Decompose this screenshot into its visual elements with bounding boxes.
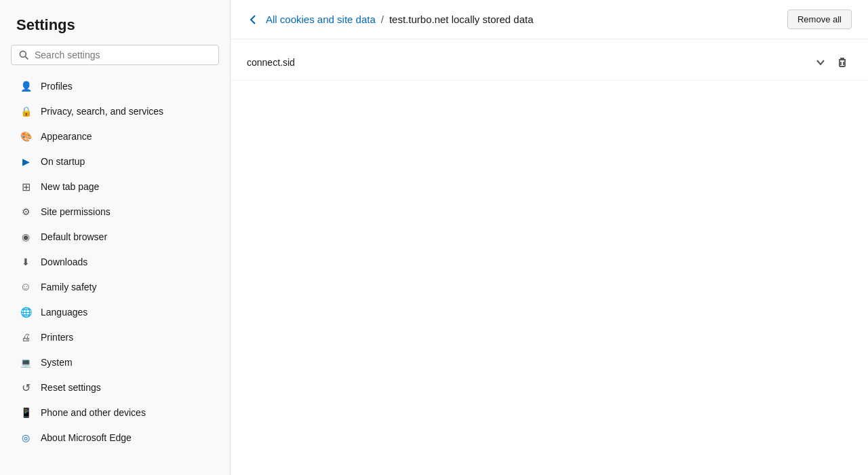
- sidebar-item-label-familysafety: Family safety: [41, 282, 96, 292]
- sidebar-item-label-privacy: Privacy, search, and services: [41, 106, 163, 117]
- sidebar-item-newtabpage[interactable]: New tab page: [3, 174, 227, 199]
- sidebar-item-label-printers: Printers: [41, 332, 73, 343]
- resetsettings-icon: [19, 381, 33, 394]
- appearance-icon: [19, 130, 33, 143]
- remove-all-button[interactable]: Remove all: [787, 10, 852, 29]
- system-icon: [19, 356, 33, 369]
- cookie-row[interactable]: connect.sid: [231, 45, 868, 81]
- trash-icon: [837, 57, 848, 68]
- breadcrumb-current: test.turbo.net locally stored data: [389, 14, 534, 25]
- sidebar-item-label-sitepermissions: Site permissions: [41, 206, 111, 217]
- sidebar-item-phone[interactable]: Phone and other devices: [3, 400, 227, 425]
- breadcrumb-separator: /: [381, 14, 384, 25]
- sidebar-item-privacy[interactable]: Privacy, search, and services: [3, 99, 227, 124]
- sidebar-item-appearance[interactable]: Appearance: [3, 124, 227, 149]
- back-button[interactable]: [247, 13, 260, 26]
- breadcrumb-bar: All cookies and site data / test.turbo.n…: [231, 0, 868, 39]
- chevron-down-icon: [815, 57, 826, 68]
- svg-point-0: [20, 51, 26, 57]
- cookie-delete-button[interactable]: [833, 53, 852, 72]
- sidebar-item-resetsettings[interactable]: Reset settings: [3, 375, 227, 400]
- sidebar-item-label-about: About Microsoft Edge: [41, 432, 132, 443]
- main-content: All cookies and site data / test.turbo.n…: [231, 0, 868, 475]
- search-box[interactable]: [11, 45, 219, 65]
- about-icon: [19, 431, 33, 444]
- sidebar-nav: ProfilesPrivacy, search, and servicesApp…: [0, 73, 230, 451]
- sidebar-item-languages[interactable]: Languages: [3, 300, 227, 324]
- search-input[interactable]: [35, 50, 212, 60]
- onstartup-icon: [19, 155, 33, 168]
- sidebar-item-familysafety[interactable]: Family safety: [3, 275, 227, 299]
- sidebar-item-label-appearance: Appearance: [41, 131, 92, 142]
- familysafety-icon: [19, 280, 33, 294]
- sidebar-item-label-downloads: Downloads: [41, 256, 87, 267]
- sidebar-item-onstartup[interactable]: On startup: [3, 149, 227, 174]
- sidebar-item-label-languages: Languages: [41, 307, 87, 318]
- languages-icon: [19, 305, 33, 319]
- sidebar-item-downloads[interactable]: Downloads: [3, 250, 227, 274]
- downloads-icon: [19, 255, 33, 269]
- sidebar-item-label-resetsettings: Reset settings: [41, 382, 101, 393]
- sidebar-item-sitepermissions[interactable]: Site permissions: [3, 200, 227, 224]
- sidebar-item-label-newtabpage: New tab page: [41, 181, 99, 192]
- back-icon: [248, 14, 259, 25]
- sidebar-item-label-system: System: [41, 357, 73, 368]
- cookie-expand-button[interactable]: [811, 53, 830, 72]
- svg-line-1: [25, 56, 28, 59]
- profiles-icon: [19, 79, 33, 93]
- breadcrumb-parent-link[interactable]: All cookies and site data: [266, 14, 376, 25]
- sitepermissions-icon: [19, 205, 33, 218]
- sidebar-item-label-phone: Phone and other devices: [41, 407, 146, 418]
- defaultbrowser-icon: [19, 230, 33, 244]
- sidebar-item-system[interactable]: System: [3, 350, 227, 375]
- sidebar-item-label-defaultbrowser: Default browser: [41, 231, 107, 242]
- cookie-name: connect.sid: [247, 57, 811, 68]
- phone-icon: [19, 406, 33, 419]
- cookie-list: connect.sid: [231, 39, 868, 475]
- sidebar-item-label-onstartup: On startup: [41, 156, 85, 167]
- sidebar-item-defaultbrowser[interactable]: Default browser: [3, 225, 227, 249]
- printers-icon: [19, 330, 33, 344]
- sidebar-item-printers[interactable]: Printers: [3, 325, 227, 349]
- sidebar-item-label-profiles: Profiles: [41, 81, 73, 92]
- settings-title: Settings: [0, 0, 230, 45]
- sidebar: Settings ProfilesPrivacy, search, and se…: [0, 0, 231, 475]
- sidebar-item-about[interactable]: About Microsoft Edge: [3, 425, 227, 450]
- privacy-icon: [19, 104, 33, 118]
- newtabpage-icon: [19, 180, 33, 193]
- search-icon: [18, 50, 29, 60]
- sidebar-item-profiles[interactable]: Profiles: [3, 74, 227, 98]
